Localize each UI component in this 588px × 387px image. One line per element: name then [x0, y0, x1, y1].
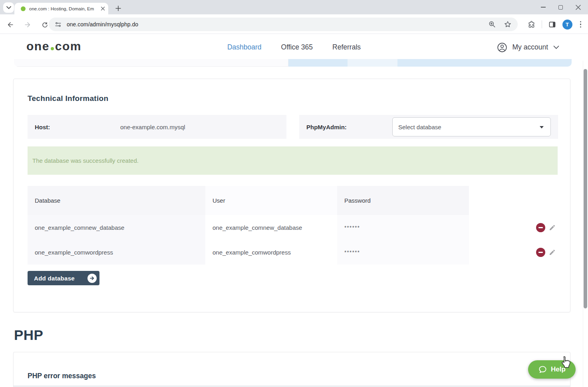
- table-row-actions: [469, 240, 568, 265]
- plus-icon: [115, 6, 121, 11]
- help-button[interactable]: Help: [528, 360, 576, 379]
- tab-title: one.com : Hosting, Domain, Em: [29, 6, 94, 11]
- url-text[interactable]: one.com/admin/mysqlphp.do: [67, 21, 138, 28]
- table-cell-user: one_example_comnew_database: [205, 215, 337, 240]
- technical-information-card: Technical Information Host: one-example.…: [13, 79, 570, 312]
- browser-titlebar: one.com : Hosting, Domain, Em: [0, 0, 588, 14]
- my-account-menu[interactable]: My account: [497, 34, 559, 61]
- host-value: one-example.com.mysql: [120, 115, 185, 139]
- php-error-messages-title: PHP error messages: [28, 372, 96, 380]
- nav-referrals[interactable]: Referrals: [332, 43, 361, 51]
- host-row: Host: one-example.com.mysql: [28, 115, 286, 139]
- bookmark-star-icon[interactable]: [504, 20, 512, 28]
- side-panel-icon[interactable]: [548, 20, 556, 29]
- success-message-banner: The database was successfully created.: [28, 146, 558, 175]
- back-button[interactable]: [5, 19, 16, 30]
- forward-button[interactable]: [22, 19, 33, 30]
- toolbar-separator: [542, 20, 542, 28]
- add-database-label: Add database: [34, 275, 75, 282]
- php-card: PHP error messages: [13, 352, 570, 387]
- column-header-password: Password: [337, 186, 469, 215]
- edit-pencil-icon[interactable]: [549, 249, 556, 256]
- browser-menu-icon[interactable]: [578, 21, 583, 28]
- phpmyadmin-row: PhpMyAdmin: Select database: [299, 115, 558, 139]
- scrolled-section-edge: [14, 59, 572, 67]
- back-arrow-icon: [6, 21, 14, 29]
- page-scrollbar-thumb[interactable]: [584, 69, 587, 308]
- table-row-actions: [469, 215, 568, 240]
- nav-dashboard[interactable]: Dashboard: [227, 43, 262, 51]
- select-caret-icon: [540, 126, 544, 128]
- database-table: Database User Password one_example_comne…: [28, 186, 568, 265]
- php-heading: PHP: [14, 327, 43, 343]
- add-database-button[interactable]: Add database: [28, 271, 99, 285]
- tab-close-icon[interactable]: [101, 6, 105, 11]
- window-maximize-icon[interactable]: [558, 5, 563, 10]
- phpmyadmin-label: PhpMyAdmin:: [306, 115, 347, 139]
- site-header: onecom Dashboard Office 365 Referrals My…: [0, 34, 588, 61]
- select-value: Select database: [398, 124, 441, 130]
- host-label: Host:: [35, 115, 50, 139]
- window-minimize-icon[interactable]: [541, 7, 546, 8]
- new-tab-button[interactable]: [113, 3, 123, 14]
- phpmyadmin-database-select[interactable]: Select database: [392, 117, 551, 136]
- edit-pencil-icon[interactable]: [549, 224, 556, 231]
- browser-profile-avatar[interactable]: T: [562, 20, 572, 30]
- help-label: Help: [551, 365, 566, 373]
- table-cell-database: one_example_comnew_database: [28, 215, 205, 240]
- tab-search-button[interactable]: [3, 2, 14, 13]
- success-message-text: The database was successfully created.: [32, 157, 139, 164]
- table-cell-user: one_example_comwordpress: [205, 240, 337, 265]
- chevron-down-icon: [6, 6, 11, 9]
- table-cell-database: one_example_comwordpress: [28, 240, 205, 265]
- chat-bubble-icon: [538, 365, 547, 374]
- column-header-actions: [469, 186, 568, 215]
- zoom-icon[interactable]: [488, 20, 496, 28]
- account-person-icon: [497, 42, 507, 53]
- forward-arrow-icon: [24, 21, 32, 29]
- arrow-right-icon: [87, 274, 97, 283]
- delete-database-button[interactable]: [536, 248, 545, 257]
- extensions-icon[interactable]: [527, 20, 536, 29]
- column-header-database: Database: [28, 186, 205, 215]
- nav-office-365[interactable]: Office 365: [281, 43, 313, 51]
- window-close-icon[interactable]: [576, 5, 581, 10]
- table-cell-password: ******: [337, 240, 469, 265]
- column-header-user: User: [205, 186, 337, 215]
- delete-database-button[interactable]: [536, 223, 545, 232]
- site-favicon-icon: [21, 6, 26, 11]
- table-cell-password: ******: [337, 215, 469, 240]
- php-table-edge: [14, 385, 570, 387]
- page-scrollbar-track[interactable]: [583, 61, 588, 387]
- browser-tab[interactable]: one.com : Hosting, Domain, Em: [14, 3, 108, 14]
- technical-information-title: Technical Information: [28, 94, 108, 103]
- my-account-label: My account: [513, 43, 548, 51]
- reload-icon: [41, 21, 49, 29]
- address-bar[interactable]: one.com/admin/mysqlphp.do: [49, 18, 518, 31]
- chevron-down-icon: [553, 45, 559, 49]
- site-settings-icon[interactable]: [54, 21, 62, 28]
